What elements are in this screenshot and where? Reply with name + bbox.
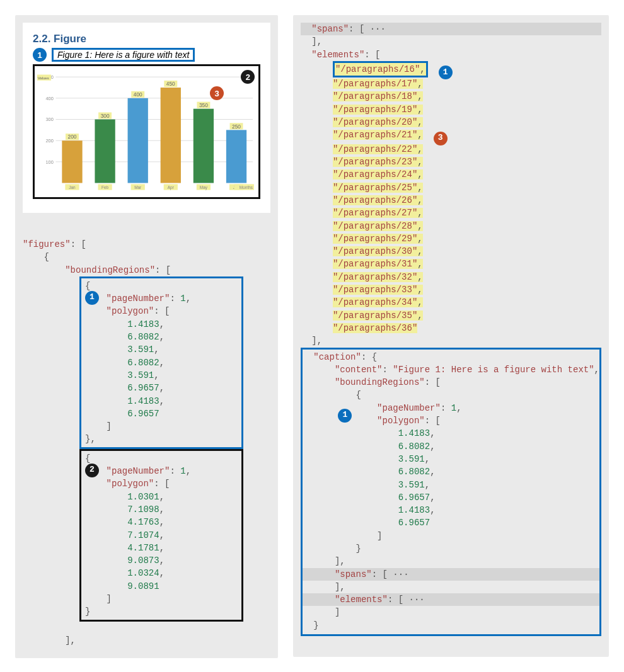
figure-preview-card: 2.2. Figure 1 Figure 1: Here is a figure… — [23, 23, 270, 213]
svg-text:400: 400 — [134, 91, 142, 98]
svg-text:Values: Values — [38, 76, 49, 80]
bar-chart: 100200300400500Values200Jan300Feb400Mar4… — [36, 69, 257, 197]
left-panel: 2.2. Figure 1 Figure 1: Here is a figure… — [15, 15, 278, 658]
svg-rect-32 — [194, 109, 214, 183]
callout-badge-3: 3 — [210, 86, 224, 100]
svg-rect-12 — [62, 140, 82, 183]
svg-text:Feb: Feb — [101, 185, 109, 190]
svg-text:200: 200 — [45, 138, 53, 144]
svg-text:Months: Months — [240, 185, 253, 190]
section-heading: 2.2. Figure — [33, 33, 260, 45]
svg-text:Apr: Apr — [168, 185, 175, 190]
svg-rect-22 — [128, 98, 148, 183]
right-panel: "spans": [ ··· ], "elements": [ "/paragr… — [293, 15, 609, 657]
svg-text:Jan: Jan — [69, 185, 76, 190]
svg-text:May: May — [200, 185, 208, 190]
chart-region: 2 3 100200300400500Values200Jan300Feb400… — [33, 64, 260, 199]
svg-text:200: 200 — [68, 134, 77, 140]
svg-text:350: 350 — [199, 102, 208, 108]
svg-text:400: 400 — [45, 96, 53, 101]
svg-text:300: 300 — [101, 113, 110, 119]
svg-text:450: 450 — [166, 81, 175, 87]
svg-text:250: 250 — [232, 123, 241, 130]
left-json-code: "figures": [ { "boundingRegions": [ 1{ "… — [23, 238, 270, 647]
svg-text:Mar: Mar — [134, 185, 142, 190]
svg-rect-17 — [95, 120, 115, 183]
callout-badge-1: 1 — [33, 48, 47, 62]
figure-caption-box: Figure 1: Here is a figure with text — [52, 48, 195, 62]
svg-text:100: 100 — [45, 159, 53, 165]
right-json-code: "spans": [ ··· ], "elements": [ "/paragr… — [301, 23, 601, 636]
svg-rect-37 — [226, 130, 246, 183]
svg-text:300: 300 — [45, 117, 53, 122]
svg-rect-27 — [161, 88, 181, 183]
